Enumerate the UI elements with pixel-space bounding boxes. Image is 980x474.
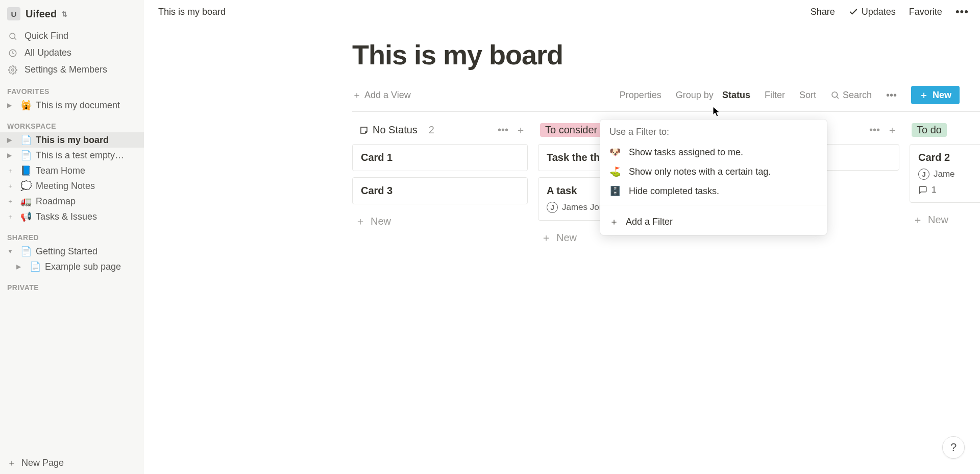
page-icon: 📄	[20, 150, 32, 161]
svg-line-1	[14, 38, 16, 39]
chevron-right-icon[interactable]: ▶	[7, 152, 16, 159]
sidebar-item-meeting-notes[interactable]: ＋ 💭 Meeting Notes	[0, 178, 144, 194]
all-updates-label: All Updates	[24, 48, 71, 58]
card[interactable]: Card 1	[352, 144, 528, 171]
column-label: No Status	[373, 124, 418, 136]
assignee-avatar: J	[547, 202, 558, 213]
assignee-name: Jame	[934, 169, 955, 179]
page-emoji: 🙀	[20, 100, 32, 111]
sidebar-item-empty[interactable]: ▶ 📄 This is a test empty…	[0, 148, 144, 163]
chevron-right-icon[interactable]: ▶	[7, 102, 16, 109]
sidebar-item-getting-started[interactable]: ▼ 📄 Getting Started	[0, 244, 144, 259]
settings-members[interactable]: Settings & Members	[0, 61, 144, 78]
column-tag[interactable]: To consider	[540, 123, 602, 137]
page-icon: 📄	[20, 246, 32, 257]
column-tag[interactable]: No Status	[354, 123, 423, 137]
plus-icon[interactable]: ＋	[7, 167, 16, 175]
chevron-down-icon[interactable]: ▼	[7, 248, 16, 255]
group-by-button[interactable]: Group by Status	[676, 90, 750, 101]
sidebar-item-label: This is a test empty…	[36, 150, 124, 161]
topbar-actions: Share Updates Favorite •••	[811, 5, 969, 18]
search-label: Search	[843, 90, 872, 101]
updates-label: Updates	[862, 7, 896, 17]
gear-icon	[7, 65, 18, 75]
filter-suggest-tag[interactable]: ⛳ Show only notes with a certain tag.	[600, 162, 827, 181]
plus-icon[interactable]: ＋	[7, 182, 16, 191]
sidebar-item-tasks-issues[interactable]: ＋ 📢 Tasks & Issues	[0, 209, 144, 224]
more-icon[interactable]: •••	[955, 5, 969, 18]
column-more-icon[interactable]: •••	[869, 124, 880, 136]
inbox-icon	[359, 126, 369, 135]
column-new-label: New	[556, 232, 577, 244]
column-new-button[interactable]: ＋ New	[352, 210, 528, 232]
popover-heading: Use a Filter to:	[600, 120, 827, 143]
page-icon: 📄	[30, 261, 41, 272]
topbar: This is my board Share Updates Favorite …	[144, 0, 980, 23]
page: This is my board ＋ Add a View Properties…	[144, 23, 980, 249]
column-add-icon[interactable]: ＋	[887, 123, 897, 137]
sidebar-item-label: Tasks & Issues	[36, 211, 97, 222]
filter-suggest-assigned[interactable]: 🐶 Show tasks assigned to me.	[600, 143, 827, 162]
filter-suggest-label: Hide completed tasks.	[629, 186, 719, 197]
card[interactable]: Card 3	[352, 177, 528, 204]
page-emoji: 📘	[20, 165, 32, 176]
column-header: To do	[910, 123, 980, 144]
plus-icon[interactable]: ＋	[7, 212, 16, 221]
column-new-button[interactable]: ＋ New	[910, 209, 980, 231]
search-icon	[830, 90, 840, 100]
help-button[interactable]: ?	[942, 436, 965, 459]
new-button[interactable]: ＋ New	[911, 86, 960, 104]
sidebar-item-label: This is my document	[36, 100, 120, 111]
page-title[interactable]: This is my board	[352, 39, 980, 70]
sidebar-item-label: Example sub page	[45, 262, 121, 272]
page-emoji: 💭	[20, 180, 32, 192]
column-add-icon[interactable]: ＋	[516, 123, 526, 137]
search-button[interactable]: Search	[830, 90, 872, 101]
plus-icon: ＋	[609, 216, 619, 228]
column-todo: To do Card 2 J Jame 1	[910, 123, 980, 231]
plus-icon: ＋	[7, 457, 16, 469]
filter-suggest-label: Show tasks assigned to me.	[629, 147, 743, 158]
sidebar-item-example-sub[interactable]: ▶ 📄 Example sub page	[0, 259, 144, 274]
filter-suggest-completed[interactable]: 🗄️ Hide completed tasks.	[600, 181, 827, 201]
filter-button[interactable]: Filter	[765, 90, 785, 101]
section-private: PRIVATE	[0, 274, 144, 294]
group-by-value: Status	[722, 90, 750, 101]
column-more-icon[interactable]: •••	[498, 124, 508, 136]
column-tag[interactable]: To do	[912, 123, 947, 137]
sidebar-item-favorite-0[interactable]: ▶ 🙀 This is my document	[0, 98, 144, 113]
breadcrumb[interactable]: This is my board	[158, 7, 226, 17]
new-page-button[interactable]: ＋ New Page	[0, 452, 144, 474]
favorite-button[interactable]: Favorite	[909, 7, 942, 17]
sidebar-item-team-home[interactable]: ＋ 📘 Team Home	[0, 163, 144, 178]
new-page-label: New Page	[21, 458, 64, 468]
database-toolbar: ＋ Add a View Properties Group by Status …	[352, 86, 980, 112]
plus-icon: ＋	[355, 215, 365, 228]
sidebar-item-label: Getting Started	[36, 246, 97, 257]
sort-button[interactable]: Sort	[799, 90, 816, 101]
updates-button[interactable]: Updates	[848, 7, 896, 17]
svg-point-4	[832, 92, 838, 98]
workspace-switcher[interactable]: U Uifeed ⇅	[0, 4, 144, 28]
toolbar-more-icon[interactable]: •••	[886, 89, 897, 101]
dog-emoji-icon: 🐶	[609, 147, 621, 158]
plus-icon[interactable]: ＋	[7, 197, 16, 206]
settings-label: Settings & Members	[24, 64, 107, 75]
chevron-right-icon[interactable]: ▶	[7, 136, 16, 144]
all-updates[interactable]: All Updates	[0, 44, 144, 61]
sidebar-item-roadmap[interactable]: ＋ 🚛 Roadmap	[0, 194, 144, 209]
card-title: Card 2	[918, 152, 980, 163]
card[interactable]: Card 2 J Jame 1	[910, 144, 980, 203]
add-filter-button[interactable]: ＋ Add a Filter	[600, 209, 827, 235]
add-filter-label: Add a Filter	[626, 217, 673, 227]
quick-find[interactable]: Quick Find	[0, 28, 144, 44]
check-icon	[848, 7, 859, 17]
add-view-button[interactable]: ＋ Add a View	[352, 89, 411, 101]
properties-button[interactable]: Properties	[620, 90, 662, 101]
share-button[interactable]: Share	[811, 7, 835, 17]
svg-line-5	[837, 97, 838, 98]
sidebar-item-board[interactable]: ▶ 📄 This is my board	[0, 132, 144, 148]
plus-icon: ＋	[541, 231, 551, 245]
sidebar: U Uifeed ⇅ Quick Find All Updates Settin…	[0, 0, 144, 474]
chevron-right-icon[interactable]: ▶	[16, 263, 26, 270]
